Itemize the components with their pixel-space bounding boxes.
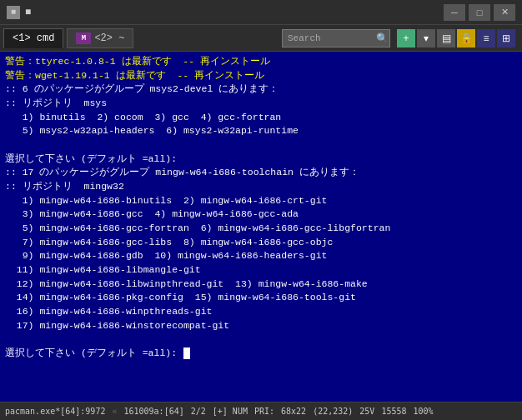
maximize-button[interactable]: □ xyxy=(469,4,490,21)
add-tab-button[interactable]: + xyxy=(397,29,415,48)
titlebar-left: ■ ■ xyxy=(7,6,31,19)
status-colrow: 2/2 xyxy=(191,407,206,416)
close-button[interactable]: ✕ xyxy=(494,4,515,21)
line-3: :: 6 のパッケージがグループ msys2-devel にあります： :: リ… xyxy=(5,83,390,358)
status-percent: 100% xyxy=(413,407,433,416)
status-voltage: 25V xyxy=(359,407,374,416)
tab-cmd[interactable]: <1> cmd xyxy=(3,28,63,48)
status-sep1: « xyxy=(112,407,117,416)
status-value2: 15558 xyxy=(381,407,406,416)
title-text: ■ xyxy=(25,7,31,18)
tabbar: <1> cmd M <2> ~ 🔍 + ▾ ▤ 🔒 ≡ ⊞ xyxy=(0,25,522,52)
status-flags: [+] NUM xyxy=(213,407,248,416)
search-wrap: 🔍 xyxy=(282,29,390,48)
search-box: 🔍 xyxy=(137,29,394,48)
line-2: 警告：wget-1.19.1-1 は最新です -- 再インストール xyxy=(5,70,264,81)
dropdown-button[interactable]: ▾ xyxy=(417,29,435,48)
status-pid: *[64]:9972 xyxy=(55,407,105,416)
lock-button[interactable]: 🔒 xyxy=(457,29,475,48)
status-position: 161009a:[64] xyxy=(123,407,183,416)
tab-msys2-label: <2> ~ xyxy=(94,32,124,44)
status-coords: (22,232) xyxy=(313,407,353,416)
cursor xyxy=(183,348,190,359)
tab-msys2[interactable]: M <2> ~ xyxy=(67,28,133,48)
statusbar: pacman.exe*[64]:9972 « 161009a:[64] 2/2 … xyxy=(0,402,522,420)
search-icon: 🔍 xyxy=(376,32,389,44)
app-window: ■ ■ ─ □ ✕ <1> cmd M <2> ~ 🔍 + ▾ ▤ � xyxy=(0,0,522,420)
msys-icon: M xyxy=(76,32,91,44)
minimize-button[interactable]: ─ xyxy=(444,4,465,21)
line-1: 警告：ttyrec-1.0.8-1 は最新です -- 再インストール xyxy=(5,56,270,67)
app-icon: ■ xyxy=(7,6,20,19)
options-button[interactable]: ≡ xyxy=(477,29,495,48)
tab-cmd-label: <1> cmd xyxy=(13,32,54,44)
settings-button[interactable]: ⊞ xyxy=(497,29,515,48)
titlebar: ■ ■ ─ □ ✕ xyxy=(0,0,522,25)
status-pri: PRI: xyxy=(254,407,274,416)
window-controls: ─ □ ✕ xyxy=(444,4,515,21)
search-input[interactable] xyxy=(282,29,390,48)
status-dims: 68x22 xyxy=(281,407,306,416)
toolbar-icons: + ▾ ▤ 🔒 ≡ ⊞ xyxy=(397,29,519,48)
terminal-output: 警告：ttyrec-1.0.8-1 は最新です -- 再インストール 警告：wg… xyxy=(0,52,522,402)
monitor-button[interactable]: ▤ xyxy=(437,29,455,48)
status-process: pacman.exe*[64]:9972 xyxy=(5,407,105,416)
